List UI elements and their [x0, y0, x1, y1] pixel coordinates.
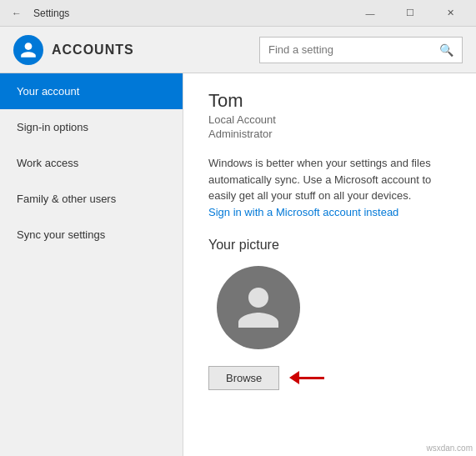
back-icon: ←: [12, 8, 22, 19]
sync-description: Windows is better when your settings and…: [208, 155, 451, 204]
watermark: wsxdan.com: [426, 443, 473, 453]
minimize-button[interactable]: —: [351, 0, 389, 27]
browse-button[interactable]: Browse: [208, 366, 279, 390]
title-bar-left: ← Settings: [7, 3, 69, 23]
title-bar-controls: — ☐ ✕: [351, 0, 469, 27]
arrow-line: [299, 377, 324, 379]
browse-area: Browse: [208, 366, 451, 390]
restore-button[interactable]: ☐: [391, 0, 429, 27]
search-input[interactable]: [268, 43, 439, 56]
sidebar-item-sync[interactable]: Sync your settings: [0, 217, 183, 253]
back-button[interactable]: ←: [7, 3, 27, 23]
avatar: [217, 266, 300, 349]
title-bar: ← Settings — ☐ ✕: [0, 0, 476, 27]
page-title: ACCOUNTS: [52, 43, 134, 58]
accounts-icon: [13, 35, 43, 65]
close-button[interactable]: ✕: [431, 0, 469, 27]
title-bar-text: Settings: [33, 8, 69, 19]
sidebar-item-family[interactable]: Family & other users: [0, 181, 183, 217]
search-bar: 🔍: [259, 37, 463, 63]
sidebar-item-work-access[interactable]: Work access: [0, 145, 183, 181]
account-type: Local Account: [208, 113, 451, 126]
arrow-head: [289, 371, 299, 384]
body: Your account Sign-in options Work access…: [0, 73, 476, 456]
sign-in-link[interactable]: Sign in with a Microsoft account instead: [208, 206, 398, 218]
user-name: Tom: [208, 90, 451, 112]
main-content: Tom Local Account Administrator Windows …: [183, 73, 476, 456]
sidebar-item-sign-in[interactable]: Sign-in options: [0, 109, 183, 145]
sidebar-item-your-account[interactable]: Your account: [0, 73, 183, 109]
app-container: ACCOUNTS 🔍 Your account Sign-in options …: [0, 27, 476, 456]
sidebar: Your account Sign-in options Work access…: [0, 73, 183, 456]
your-picture-title: Your picture: [208, 238, 451, 253]
arrow-indicator: [289, 371, 324, 384]
search-icon: 🔍: [439, 43, 453, 57]
user-role: Administrator: [208, 128, 451, 140]
